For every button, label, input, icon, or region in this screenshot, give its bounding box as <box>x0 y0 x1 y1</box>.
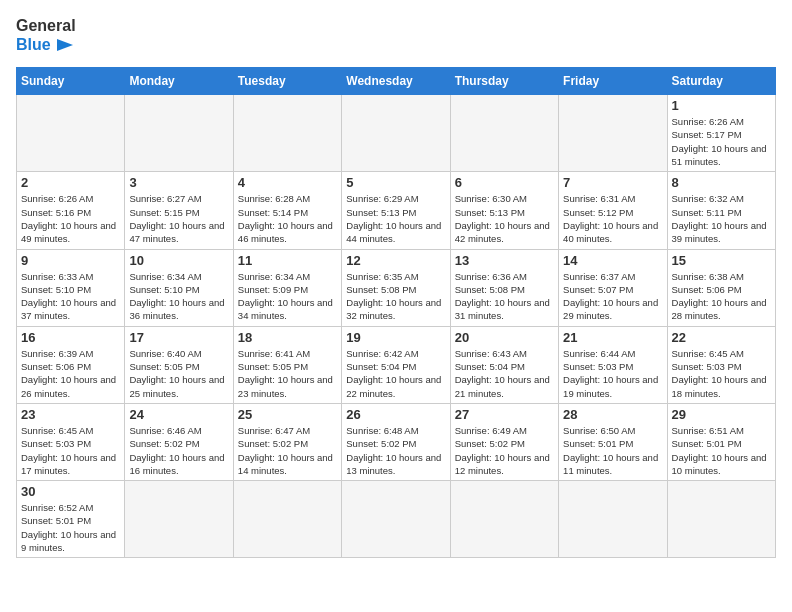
day-info: Sunrise: 6:38 AMSunset: 5:06 PMDaylight:… <box>672 270 771 323</box>
day-info: Sunrise: 6:31 AMSunset: 5:12 PMDaylight:… <box>563 192 662 245</box>
day-info: Sunrise: 6:52 AMSunset: 5:01 PMDaylight:… <box>21 501 120 554</box>
day-info: Sunrise: 6:49 AMSunset: 5:02 PMDaylight:… <box>455 424 554 477</box>
calendar-cell: 22Sunrise: 6:45 AMSunset: 5:03 PMDayligh… <box>667 326 775 403</box>
weekday-header-sunday: Sunday <box>17 68 125 95</box>
day-number: 29 <box>672 407 771 422</box>
day-number: 7 <box>563 175 662 190</box>
calendar-cell: 28Sunrise: 6:50 AMSunset: 5:01 PMDayligh… <box>559 403 667 480</box>
day-number: 26 <box>346 407 445 422</box>
day-number: 14 <box>563 253 662 268</box>
calendar-cell: 25Sunrise: 6:47 AMSunset: 5:02 PMDayligh… <box>233 403 341 480</box>
day-number: 21 <box>563 330 662 345</box>
calendar-cell: 9Sunrise: 6:33 AMSunset: 5:10 PMDaylight… <box>17 249 125 326</box>
day-info: Sunrise: 6:51 AMSunset: 5:01 PMDaylight:… <box>672 424 771 477</box>
day-info: Sunrise: 6:47 AMSunset: 5:02 PMDaylight:… <box>238 424 337 477</box>
calendar-cell: 15Sunrise: 6:38 AMSunset: 5:06 PMDayligh… <box>667 249 775 326</box>
calendar-row: 9Sunrise: 6:33 AMSunset: 5:10 PMDaylight… <box>17 249 776 326</box>
day-info: Sunrise: 6:46 AMSunset: 5:02 PMDaylight:… <box>129 424 228 477</box>
calendar-cell: 26Sunrise: 6:48 AMSunset: 5:02 PMDayligh… <box>342 403 450 480</box>
day-number: 17 <box>129 330 228 345</box>
day-number: 4 <box>238 175 337 190</box>
day-number: 16 <box>21 330 120 345</box>
calendar-cell: 14Sunrise: 6:37 AMSunset: 5:07 PMDayligh… <box>559 249 667 326</box>
day-number: 5 <box>346 175 445 190</box>
calendar-cell: 1Sunrise: 6:26 AMSunset: 5:17 PMDaylight… <box>667 95 775 172</box>
logo-arrow-icon <box>55 35 75 55</box>
calendar-row: 2Sunrise: 6:26 AMSunset: 5:16 PMDaylight… <box>17 172 776 249</box>
calendar-cell: 8Sunrise: 6:32 AMSunset: 5:11 PMDaylight… <box>667 172 775 249</box>
calendar-cell: 27Sunrise: 6:49 AMSunset: 5:02 PMDayligh… <box>450 403 558 480</box>
day-number: 2 <box>21 175 120 190</box>
day-info: Sunrise: 6:26 AMSunset: 5:16 PMDaylight:… <box>21 192 120 245</box>
calendar-cell: 2Sunrise: 6:26 AMSunset: 5:16 PMDaylight… <box>17 172 125 249</box>
calendar-cell <box>125 481 233 558</box>
calendar-cell: 5Sunrise: 6:29 AMSunset: 5:13 PMDaylight… <box>342 172 450 249</box>
logo-container: General Blue <box>16 16 76 55</box>
weekday-header-saturday: Saturday <box>667 68 775 95</box>
calendar-cell <box>450 95 558 172</box>
calendar-cell: 30Sunrise: 6:52 AMSunset: 5:01 PMDayligh… <box>17 481 125 558</box>
calendar-cell <box>450 481 558 558</box>
day-info: Sunrise: 6:26 AMSunset: 5:17 PMDaylight:… <box>672 115 771 168</box>
day-number: 10 <box>129 253 228 268</box>
day-info: Sunrise: 6:39 AMSunset: 5:06 PMDaylight:… <box>21 347 120 400</box>
day-number: 15 <box>672 253 771 268</box>
calendar-cell: 18Sunrise: 6:41 AMSunset: 5:05 PMDayligh… <box>233 326 341 403</box>
calendar-cell <box>125 95 233 172</box>
day-number: 28 <box>563 407 662 422</box>
calendar-row: 16Sunrise: 6:39 AMSunset: 5:06 PMDayligh… <box>17 326 776 403</box>
day-info: Sunrise: 6:44 AMSunset: 5:03 PMDaylight:… <box>563 347 662 400</box>
day-info: Sunrise: 6:28 AMSunset: 5:14 PMDaylight:… <box>238 192 337 245</box>
day-number: 12 <box>346 253 445 268</box>
day-info: Sunrise: 6:43 AMSunset: 5:04 PMDaylight:… <box>455 347 554 400</box>
day-number: 27 <box>455 407 554 422</box>
day-info: Sunrise: 6:35 AMSunset: 5:08 PMDaylight:… <box>346 270 445 323</box>
day-number: 6 <box>455 175 554 190</box>
calendar-cell <box>233 95 341 172</box>
calendar-cell <box>233 481 341 558</box>
day-number: 24 <box>129 407 228 422</box>
weekday-header-tuesday: Tuesday <box>233 68 341 95</box>
calendar-table: SundayMondayTuesdayWednesdayThursdayFrid… <box>16 67 776 558</box>
calendar-cell: 6Sunrise: 6:30 AMSunset: 5:13 PMDaylight… <box>450 172 558 249</box>
weekday-header-friday: Friday <box>559 68 667 95</box>
day-info: Sunrise: 6:50 AMSunset: 5:01 PMDaylight:… <box>563 424 662 477</box>
day-info: Sunrise: 6:34 AMSunset: 5:10 PMDaylight:… <box>129 270 228 323</box>
weekday-header-wednesday: Wednesday <box>342 68 450 95</box>
day-info: Sunrise: 6:42 AMSunset: 5:04 PMDaylight:… <box>346 347 445 400</box>
calendar-cell <box>342 95 450 172</box>
day-number: 11 <box>238 253 337 268</box>
page-header: General Blue <box>16 16 776 55</box>
day-info: Sunrise: 6:29 AMSunset: 5:13 PMDaylight:… <box>346 192 445 245</box>
calendar-cell: 19Sunrise: 6:42 AMSunset: 5:04 PMDayligh… <box>342 326 450 403</box>
day-info: Sunrise: 6:33 AMSunset: 5:10 PMDaylight:… <box>21 270 120 323</box>
calendar-row: 30Sunrise: 6:52 AMSunset: 5:01 PMDayligh… <box>17 481 776 558</box>
day-number: 1 <box>672 98 771 113</box>
day-number: 3 <box>129 175 228 190</box>
day-number: 13 <box>455 253 554 268</box>
day-number: 9 <box>21 253 120 268</box>
calendar-cell: 29Sunrise: 6:51 AMSunset: 5:01 PMDayligh… <box>667 403 775 480</box>
day-number: 23 <box>21 407 120 422</box>
weekday-header-row: SundayMondayTuesdayWednesdayThursdayFrid… <box>17 68 776 95</box>
day-number: 8 <box>672 175 771 190</box>
calendar-cell <box>559 95 667 172</box>
calendar-cell: 10Sunrise: 6:34 AMSunset: 5:10 PMDayligh… <box>125 249 233 326</box>
calendar-cell: 24Sunrise: 6:46 AMSunset: 5:02 PMDayligh… <box>125 403 233 480</box>
calendar-row: 1Sunrise: 6:26 AMSunset: 5:17 PMDaylight… <box>17 95 776 172</box>
day-info: Sunrise: 6:45 AMSunset: 5:03 PMDaylight:… <box>21 424 120 477</box>
logo-blue-text: Blue <box>16 36 51 54</box>
day-info: Sunrise: 6:48 AMSunset: 5:02 PMDaylight:… <box>346 424 445 477</box>
calendar-cell: 23Sunrise: 6:45 AMSunset: 5:03 PMDayligh… <box>17 403 125 480</box>
logo: General Blue <box>16 16 76 55</box>
day-info: Sunrise: 6:40 AMSunset: 5:05 PMDaylight:… <box>129 347 228 400</box>
day-info: Sunrise: 6:37 AMSunset: 5:07 PMDaylight:… <box>563 270 662 323</box>
day-number: 19 <box>346 330 445 345</box>
calendar-cell: 21Sunrise: 6:44 AMSunset: 5:03 PMDayligh… <box>559 326 667 403</box>
calendar-cell: 4Sunrise: 6:28 AMSunset: 5:14 PMDaylight… <box>233 172 341 249</box>
calendar-cell <box>667 481 775 558</box>
calendar-cell: 16Sunrise: 6:39 AMSunset: 5:06 PMDayligh… <box>17 326 125 403</box>
calendar-cell: 3Sunrise: 6:27 AMSunset: 5:15 PMDaylight… <box>125 172 233 249</box>
day-info: Sunrise: 6:30 AMSunset: 5:13 PMDaylight:… <box>455 192 554 245</box>
day-info: Sunrise: 6:27 AMSunset: 5:15 PMDaylight:… <box>129 192 228 245</box>
